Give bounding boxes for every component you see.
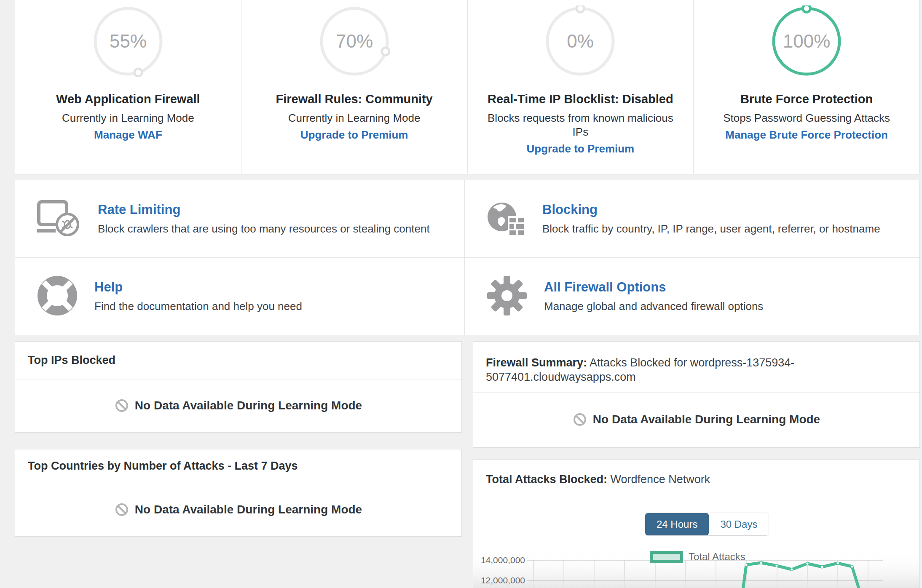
tab-24-hours[interactable]: 24 Hours [645,513,709,535]
status-card-ip-blocklist: 0% Real-Time IP Blocklist: Disabled Bloc… [467,0,694,174]
progress-percent: 100% [783,31,831,51]
panel-title: Firewall Summary: Attacks Blocked for wo… [473,342,919,378]
total-attacks-panel: Total Attacks Blocked: Wordfence Network [473,460,920,588]
ban-icon [115,502,129,517]
feature-links-block: Rate Limiting Block crawlers that are us… [15,180,920,335]
feature-row-1: Rate Limiting Block crawlers that are us… [15,180,919,257]
status-card-title: Real-Time IP Blocklist: Disabled [488,92,673,106]
status-card-title: Firewall Rules: Community [276,92,433,106]
rate-limiting-title[interactable]: Rate Limiting [98,202,430,217]
panel-title: Total Attacks Blocked: Wordfence Network [473,460,919,499]
help-card[interactable]: Help Find the documentation and help you… [15,258,465,335]
progress-percent: 55% [110,31,147,51]
legend-label: Total Attacks [689,551,745,563]
no-data-message: No Data Available During Learning Mode [115,502,362,517]
status-card-brute-force: 100% Brute Force Protection Stops Passwo… [693,0,919,174]
blocking-description: Block traffic by country, IP, IP range, … [542,222,880,235]
top-ips-blocked-panel: Top IPs Blocked No Data Available During… [15,341,462,433]
rate-limiting-description: Block crawlers that are using too many r… [98,222,430,235]
progress-percent: 0% [567,31,594,51]
ban-icon [115,398,129,413]
wordfence-firewall-dashboard: 55% Web Application Firewall Currently i… [0,0,922,588]
top-countries-panel: Top Countries by Number of Attacks - Las… [15,449,462,537]
y-tick-12m: 12,000,000 [481,575,525,585]
all-firewall-options-card[interactable]: All Firewall Options Manage global and a… [465,258,919,335]
time-range-toggle: 24 Hours 30 Days [645,513,769,536]
y-tick-14m: 14,000,000 [481,555,525,565]
all-firewall-options-description: Manage global and advanced firewall opti… [544,300,763,313]
total-attacks-swatch-icon [650,551,683,563]
panel-title: Top IPs Blocked [15,342,461,380]
manage-waf-link[interactable]: Manage WAF [94,128,162,142]
upgrade-premium-link[interactable]: Upgrade to Premium [300,128,408,142]
status-card-subtitle: Stops Password Guessing Attacks [723,111,890,125]
blocking-card[interactable]: Blocking Block traffic by country, IP, I… [465,180,919,257]
help-description: Find the documentation and help you need [94,300,302,313]
panel-title-bold: Total Attacks Blocked: [486,472,607,486]
panel-title-bold: Firewall Summary: [486,356,587,369]
upgrade-premium-link[interactable]: Upgrade to Premium [527,142,635,155]
feature-row-2: Help Find the documentation and help you… [15,257,919,335]
status-card-title: Web Application Firewall [56,92,200,106]
no-data-message: No Data Available During Learning Mode [115,398,362,413]
firewall-summary-panel: Firewall Summary: Attacks Blocked for wo… [473,341,920,448]
panel-title: Top Countries by Number of Attacks - Las… [15,449,461,483]
help-title[interactable]: Help [94,280,302,295]
chart-legend: Total Attacks [650,551,745,563]
blocking-title[interactable]: Blocking [542,202,880,217]
status-card-subtitle: Currently in Learning Mode [62,111,194,125]
status-card-subtitle: Currently in Learning Mode [288,111,421,125]
globe-brick-wall-icon [487,200,525,238]
status-card-title: Brute Force Protection [740,92,873,106]
manage-brute-force-link[interactable]: Manage Brute Force Protection [725,128,888,142]
status-cards-row: 55% Web Application Firewall Currently i… [15,0,920,174]
progress-ring-55-icon: 55% [92,5,164,77]
progress-ring-100-icon: 100% [771,5,842,77]
gear-icon [487,275,527,318]
all-firewall-options-title[interactable]: All Firewall Options [544,280,763,295]
progress-ring-0-icon: 0% [544,5,616,77]
progress-ring-70-icon: 70% [319,5,390,77]
status-card-subtitle: Blocks requests from known malicious IPs [480,111,681,139]
monitor-bug-blocked-icon [37,200,81,238]
no-data-message: No Data Available During Learning Mode [573,412,820,427]
rate-limiting-card[interactable]: Rate Limiting Block crawlers that are us… [15,180,465,257]
ban-icon [573,412,587,427]
tab-30-days[interactable]: 30 Days [709,513,769,535]
progress-percent: 70% [336,31,373,51]
life-ring-icon [37,275,78,318]
status-card-firewall-rules: 70% Firewall Rules: Community Currently … [241,0,467,174]
panel-title-rest: Wordfence Network [611,472,710,486]
status-card-waf: 55% Web Application Firewall Currently i… [15,0,241,174]
